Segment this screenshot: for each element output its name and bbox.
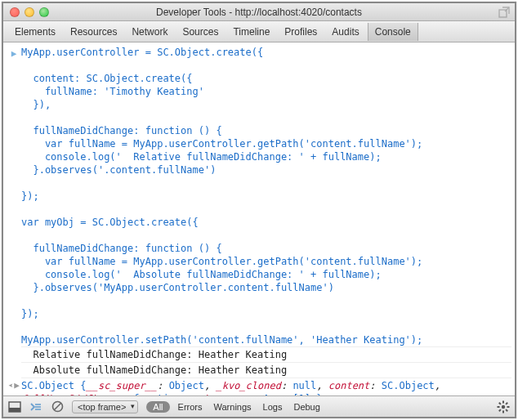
- popout-icon[interactable]: [498, 7, 510, 18]
- console-toggle-icon[interactable]: [29, 400, 42, 413]
- console-result-row: ➤ ▶ SC.Object {__sc_super__: Object, _kv…: [3, 378, 515, 395]
- filter-errors[interactable]: Errors: [178, 402, 203, 412]
- console-content[interactable]: ▶ MyApp.userController = SC.Object.creat…: [3, 42, 515, 395]
- svg-point-8: [502, 404, 505, 408]
- console-log-text: Relative fullNameDidChange: Heather Keat…: [21, 346, 511, 362]
- svg-line-16: [506, 402, 507, 404]
- clear-console-icon[interactable]: [51, 400, 64, 413]
- tab-profiles[interactable]: Profiles: [278, 23, 324, 41]
- frame-selector[interactable]: <top frame>: [72, 400, 138, 413]
- close-window-button[interactable]: [10, 7, 20, 17]
- expand-arrow-icon[interactable]: ▶: [14, 379, 20, 392]
- filter-logs[interactable]: Logs: [263, 402, 283, 412]
- titlebar: Developer Tools - http://localhost:4020/…: [3, 3, 515, 21]
- zoom-window-button[interactable]: [39, 7, 49, 17]
- window-title: Developer Tools - http://localhost:4020/…: [156, 7, 362, 18]
- tab-network[interactable]: Network: [125, 23, 174, 41]
- settings-gear-icon[interactable]: [497, 400, 510, 413]
- tab-elements[interactable]: Elements: [8, 23, 62, 41]
- footer-bar: <top frame> All ErrorsWarningsLogsDebug: [3, 395, 515, 417]
- dock-toggle-icon[interactable]: [8, 400, 21, 413]
- prompt-arrow-icon: ▶: [11, 47, 17, 60]
- svg-line-14: [506, 409, 507, 411]
- console-log-row: Absolute fullNameDidChange: Heather Keat…: [3, 362, 515, 378]
- tab-resources[interactable]: Resources: [64, 23, 123, 41]
- filter-all-button[interactable]: All: [146, 401, 169, 413]
- minimize-window-button[interactable]: [25, 7, 34, 17]
- svg-line-15: [499, 409, 501, 411]
- svg-rect-2: [9, 408, 20, 412]
- console-log-row: Relative fullNameDidChange: Heather Keat…: [3, 346, 515, 362]
- tab-bar: ElementsResourcesNetworkSourcesTimelineP…: [3, 21, 515, 42]
- devtools-window: Developer Tools - http://localhost:4020/…: [2, 2, 516, 418]
- tab-audits[interactable]: Audits: [325, 23, 365, 41]
- filter-warnings[interactable]: Warnings: [214, 402, 252, 412]
- console-input-row: ▶ MyApp.userController = SC.Object.creat…: [3, 46, 515, 346]
- tab-timeline[interactable]: Timeline: [226, 23, 276, 41]
- tab-console[interactable]: Console: [368, 23, 418, 41]
- traffic-lights: [10, 7, 49, 17]
- filter-debug[interactable]: Debug: [293, 402, 319, 412]
- svg-line-7: [54, 404, 60, 410]
- console-input-code[interactable]: MyApp.userController = SC.Object.create(…: [21, 46, 511, 346]
- console-result-object[interactable]: SC.Object {__sc_super__: Object, _kvo_cl…: [21, 378, 511, 395]
- tab-sources[interactable]: Sources: [176, 23, 225, 41]
- svg-line-13: [499, 402, 501, 404]
- return-arrow-icon: ➤: [8, 378, 13, 391]
- console-log-text: Absolute fullNameDidChange: Heather Keat…: [21, 362, 511, 378]
